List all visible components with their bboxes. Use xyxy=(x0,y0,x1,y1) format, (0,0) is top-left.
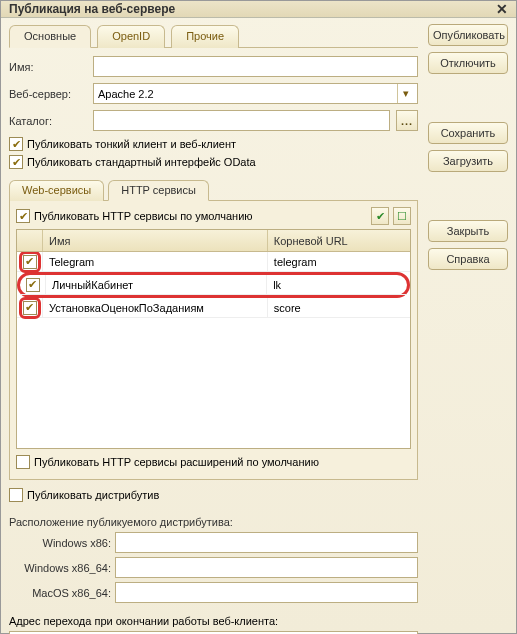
row-name: Telegram xyxy=(43,252,268,271)
http-services-grid: Имя Корневой URL ✔ Telegram telegram ✔ xyxy=(16,229,411,449)
tabs-top: Основные OpenID Прочие xyxy=(9,24,418,48)
tab-http-services[interactable]: HTTP сервисы xyxy=(108,180,209,201)
win86-input[interactable] xyxy=(115,532,418,553)
label-dist-location: Расположение публикуемого дистрибутива: xyxy=(9,516,418,528)
highlighted-row: ✔ ЛичныйКабинет lk xyxy=(17,272,410,298)
row-url: lk xyxy=(267,275,407,294)
checkbox-publish-dist[interactable] xyxy=(9,488,23,502)
uncheck-all-icon[interactable]: ☐ xyxy=(393,207,411,225)
close-icon[interactable]: ✕ xyxy=(496,1,508,17)
webserver-select[interactable]: Apache 2.2 ▾ xyxy=(93,83,418,104)
window-title: Публикация на веб-сервере xyxy=(9,2,175,16)
dialog-window: Публикация на веб-сервере ✕ Основные Ope… xyxy=(0,0,517,634)
col-header-name[interactable]: Имя xyxy=(43,230,268,251)
table-row[interactable]: ✔ Telegram telegram xyxy=(17,252,410,272)
row-name: УстановкаОценокПоЗаданиям xyxy=(43,298,268,317)
tab-main[interactable]: Основные xyxy=(9,25,91,48)
mac64-input[interactable] xyxy=(115,582,418,603)
label-win64: Windows x86_64: xyxy=(9,562,115,574)
load-button[interactable]: Загрузить xyxy=(428,150,508,172)
row-name: ЛичныйКабинет xyxy=(46,275,267,294)
row-checkbox[interactable]: ✔ xyxy=(23,301,37,315)
disconnect-button[interactable]: Отключить xyxy=(428,52,508,74)
close-button[interactable]: Закрыть xyxy=(428,220,508,242)
save-button[interactable]: Сохранить xyxy=(428,122,508,144)
publish-button[interactable]: Опубликовать xyxy=(428,24,508,46)
row-url: score xyxy=(268,298,410,317)
label-name: Имя: xyxy=(9,61,87,73)
chevron-down-icon[interactable]: ▾ xyxy=(397,84,413,103)
label-mac64: MacOS x86_64: xyxy=(9,587,115,599)
name-input[interactable] xyxy=(93,56,418,77)
table-row[interactable]: ✔ ЛичныйКабинет lk xyxy=(20,275,407,295)
label-thin-client: Публиковать тонкий клиент и веб-клиент xyxy=(27,138,236,150)
label-http-ext: Публиковать HTTP сервисы расширений по у… xyxy=(34,456,319,468)
titlebar: Публикация на веб-сервере ✕ xyxy=(1,1,516,18)
label-webserver: Веб-сервер: xyxy=(9,88,87,100)
label-exit-addr: Адрес перехода при окончании работы веб-… xyxy=(9,615,418,627)
win64-input[interactable] xyxy=(115,557,418,578)
help-button[interactable]: Справка xyxy=(428,248,508,270)
tab-openid[interactable]: OpenID xyxy=(97,25,165,48)
tab-other[interactable]: Прочие xyxy=(171,25,239,48)
tab-web-services[interactable]: Web-сервисы xyxy=(9,180,104,201)
row-checkbox[interactable]: ✔ xyxy=(26,278,40,292)
webserver-value: Apache 2.2 xyxy=(98,88,154,100)
http-services-panel: ✔ Публиковать HTTP сервисы по умолчанию … xyxy=(9,201,418,480)
col-header-url[interactable]: Корневой URL xyxy=(268,230,410,251)
row-url: telegram xyxy=(268,252,410,271)
row-checkbox[interactable]: ✔ xyxy=(23,255,37,269)
grid-header: Имя Корневой URL xyxy=(17,230,410,252)
label-odata: Публиковать стандартный интерфейс OData xyxy=(27,156,256,168)
label-publish-dist: Публиковать дистрибутив xyxy=(27,489,159,501)
right-button-column: Опубликовать Отключить Сохранить Загрузи… xyxy=(428,24,508,634)
checkbox-thin-client[interactable]: ✔ xyxy=(9,137,23,151)
table-row[interactable]: ✔ УстановкаОценокПоЗаданиям score xyxy=(17,298,410,318)
catalog-input[interactable] xyxy=(93,110,390,131)
checkbox-odata[interactable]: ✔ xyxy=(9,155,23,169)
label-catalog: Каталог: xyxy=(9,115,87,127)
check-all-icon[interactable]: ✔ xyxy=(371,207,389,225)
label-win86: Windows x86: xyxy=(9,537,115,549)
label-http-default: Публиковать HTTP сервисы по умолчанию xyxy=(34,210,253,222)
mini-tabs: Web-сервисы HTTP сервисы xyxy=(9,179,418,201)
checkbox-http-ext[interactable] xyxy=(16,455,30,469)
browse-catalog-button[interactable]: ... xyxy=(396,110,418,131)
checkbox-http-default[interactable]: ✔ xyxy=(16,209,30,223)
